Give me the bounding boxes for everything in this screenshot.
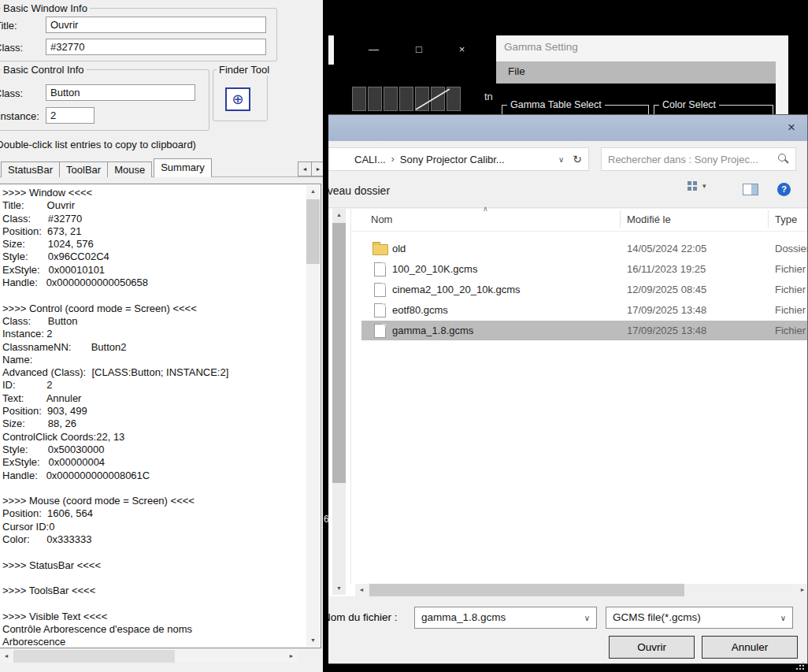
file-name: gamma_1.8.gcms xyxy=(392,325,473,336)
maximize-icon[interactable]: □ xyxy=(416,43,422,55)
file-type: Fichier GCMS xyxy=(775,304,808,316)
scroll-down-icon[interactable]: ▼ xyxy=(332,582,346,595)
scroll-up-icon[interactable]: ▲ xyxy=(306,185,320,198)
scroll-down-icon[interactable]: ▼ xyxy=(306,634,320,647)
help-button[interactable]: ? xyxy=(777,183,791,196)
header-divider xyxy=(351,231,808,232)
file-name: eotf80.gcms xyxy=(392,304,448,316)
scrollbar-thumb[interactable] xyxy=(369,584,684,596)
pattern-tile[interactable] xyxy=(368,87,382,111)
instance-label: Instance: xyxy=(0,110,39,122)
address-dropdown-icon[interactable]: ∨ xyxy=(558,155,564,164)
search-icon xyxy=(778,154,789,165)
scroll-right-icon[interactable]: ► xyxy=(796,584,808,596)
view-mode-button[interactable]: ▾ xyxy=(688,181,706,191)
tab-toolbar[interactable]: ToolBar xyxy=(59,162,108,177)
file-row[interactable]: gamma_1.8.gcms17/09/2025 13:48Fichier GC… xyxy=(351,321,808,341)
nav-pane-scrollbar[interactable]: ▲ ▼ xyxy=(332,209,346,595)
tab-bar: StatusBarToolBarMouseSummary xyxy=(1,159,211,177)
control-class-label: Class: xyxy=(0,87,23,99)
open-button[interactable]: Ouvrir xyxy=(609,636,695,659)
file-modified: 12/09/2025 08:45 xyxy=(627,284,706,295)
crosshair-icon: ⊕ xyxy=(232,91,243,107)
class-field[interactable]: #32770 xyxy=(46,39,266,55)
tab-statusbar[interactable]: StatusBar xyxy=(1,162,60,177)
view-dropdown-icon: ▾ xyxy=(702,182,706,190)
summary-text[interactable]: >>>> Window <<<< Title: Ouvrir Class: #3… xyxy=(2,187,228,649)
dialog-close-icon[interactable]: × xyxy=(780,118,802,137)
background-caption-buttons: — □ × xyxy=(369,38,465,60)
basic-control-info-group: Basic Control Info Class: Button Instanc… xyxy=(0,69,209,131)
file-list: old14/05/2024 22:05Dossier de fichiers10… xyxy=(351,239,808,341)
title-label: Title: xyxy=(0,20,17,32)
cancel-button[interactable]: Annuler xyxy=(702,636,798,659)
tab-scroll-right-icon[interactable]: ► xyxy=(311,162,323,176)
gamma-curve-icon xyxy=(415,87,451,111)
scroll-left-icon[interactable]: ◄ xyxy=(0,650,13,663)
scrollbar-thumb[interactable] xyxy=(13,650,175,663)
scrollbar-thumb[interactable] xyxy=(306,199,320,264)
scroll-up-icon[interactable]: ▲ xyxy=(332,209,346,221)
group-legend: Basic Control Info xyxy=(1,64,87,76)
finder-tool-group: Finder Tool ⊕ xyxy=(213,69,268,121)
chevron-down-icon[interactable]: ∨ xyxy=(780,614,786,622)
group-legend: Basic Window Info xyxy=(1,2,90,14)
breadcrumb-current[interactable]: Sony Projector Calibr... xyxy=(400,154,505,165)
autoit-window-info-panel: Basic Window Info Title: Ouvrir Class: #… xyxy=(0,0,323,672)
file-modified: 14/05/2024 22:05 xyxy=(627,243,706,254)
gamma-window-title: Gamma Setting xyxy=(504,41,578,53)
column-header-nom[interactable]: Nom xyxy=(371,213,392,225)
menu-file[interactable]: File xyxy=(508,65,525,77)
background-text-fragment: tn xyxy=(484,91,493,102)
file-modified: 17/09/2025 13:48 xyxy=(627,304,706,316)
preview-pane-button[interactable] xyxy=(743,184,758,195)
color-select-label: Color Select xyxy=(659,99,719,110)
group-legend: Finder Tool xyxy=(217,64,272,76)
tab-scroll-buttons: ◄ ► xyxy=(298,162,323,176)
breadcrumb-separator-icon: › xyxy=(391,154,395,165)
close-icon[interactable]: × xyxy=(459,43,465,55)
folder-icon xyxy=(372,244,388,255)
scrollbar-thumb[interactable] xyxy=(332,223,346,483)
breadcrumb[interactable]: CALI... › Sony Projector Calibr... ∨ ↻ xyxy=(321,147,589,171)
column-header-modified[interactable]: Modifié le xyxy=(627,213,671,225)
column-divider[interactable] xyxy=(768,210,769,228)
filename-label: Nom du fichier : xyxy=(323,611,398,623)
tab-scroll-left-icon[interactable]: ◄ xyxy=(298,162,312,176)
pattern-tile[interactable] xyxy=(352,87,366,111)
title-field[interactable]: Ouvrir xyxy=(46,17,266,33)
instance-field[interactable]: 2 xyxy=(46,107,95,124)
tab-mouse[interactable]: Mouse xyxy=(107,162,152,177)
file-name: old xyxy=(392,243,406,254)
summary-horizontal-scrollbar[interactable]: ◄ ► xyxy=(0,650,298,663)
pattern-tile[interactable] xyxy=(384,87,398,111)
file-icon xyxy=(374,262,386,277)
breadcrumb-parent[interactable]: CALI... xyxy=(354,154,386,165)
file-row[interactable]: cinema2_100_20_10k.gcms12/09/2025 08:45F… xyxy=(351,280,808,300)
file-row[interactable]: eotf80.gcms17/09/2025 13:48Fichier GCMS xyxy=(351,300,808,321)
file-row[interactable]: old14/05/2024 22:05Dossier de fichiers xyxy=(351,239,808,259)
search-placeholder: Rechercher dans : Sony Projec... xyxy=(602,154,778,165)
finder-tool-icon[interactable]: ⊕ xyxy=(225,87,250,111)
filetype-combobox[interactable]: GCMS file(*.gcms) ∨ xyxy=(606,607,793,629)
file-type: Fichier GCMS xyxy=(775,325,808,336)
minimize-icon[interactable]: — xyxy=(369,43,379,55)
search-input[interactable]: Rechercher dans : Sony Projec... xyxy=(601,147,796,171)
column-divider[interactable] xyxy=(620,210,621,228)
column-header-type[interactable]: Type xyxy=(775,213,797,225)
scroll-right-icon[interactable]: ► xyxy=(285,650,298,663)
pattern-tile[interactable] xyxy=(399,87,413,111)
summary-vertical-scrollbar[interactable]: ▲ ▼ xyxy=(306,185,320,647)
chevron-down-icon[interactable]: ∨ xyxy=(584,614,590,622)
clipboard-hint: (Double-click list entries to copy to cl… xyxy=(0,139,196,150)
file-modified: 17/09/2025 13:48 xyxy=(627,325,706,336)
resize-grip[interactable] xyxy=(795,661,806,670)
file-name: cinema2_100_20_10k.gcms xyxy=(392,284,521,295)
refresh-icon[interactable]: ↻ xyxy=(573,153,582,165)
control-class-field[interactable]: Button xyxy=(46,84,195,101)
scroll-left-icon[interactable]: ◄ xyxy=(355,584,368,596)
list-horizontal-scrollbar[interactable]: ◄ ► xyxy=(355,584,808,596)
file-row[interactable]: 100_20_10K.gcms16/11/2023 19:25Fichier G… xyxy=(351,259,808,280)
tab-summary[interactable]: Summary xyxy=(154,158,212,177)
filename-combobox[interactable]: gamma_1.8.gcms ∨ xyxy=(414,607,597,629)
